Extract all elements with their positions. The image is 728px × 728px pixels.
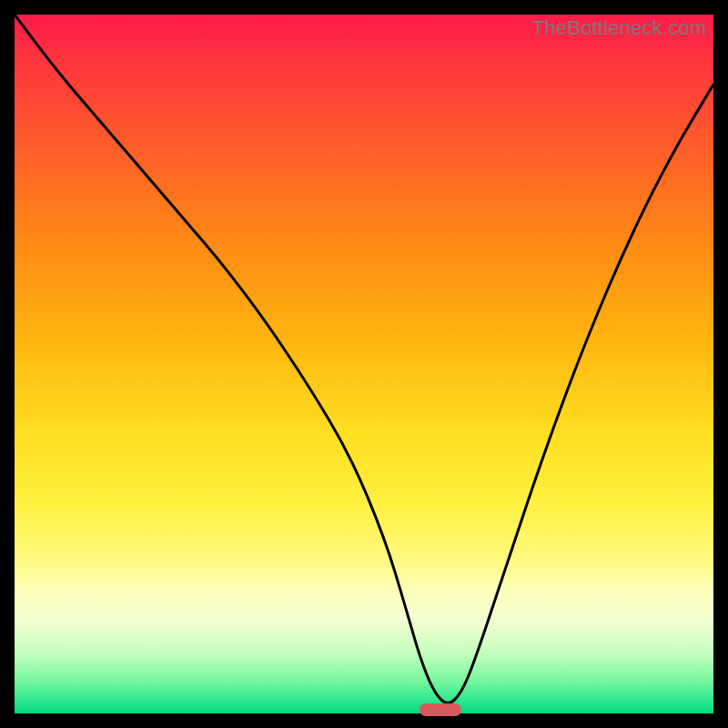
chart-plot-area: TheBottleneck.com bbox=[15, 15, 713, 713]
chart-frame: TheBottleneck.com bbox=[0, 0, 728, 728]
curve-path bbox=[15, 15, 713, 703]
optimum-marker bbox=[420, 703, 461, 716]
bottleneck-curve bbox=[15, 15, 713, 713]
